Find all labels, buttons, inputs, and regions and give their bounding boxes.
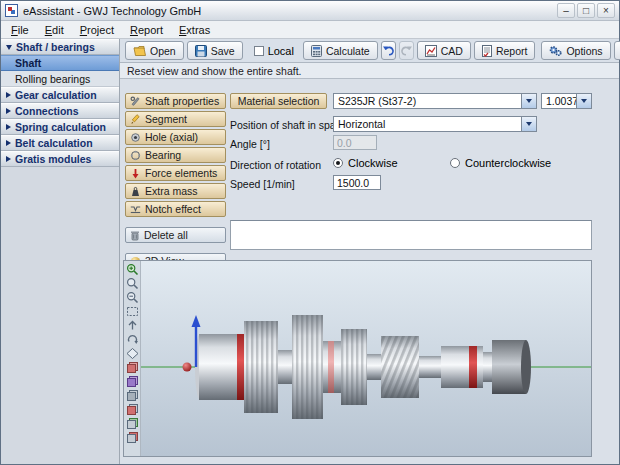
counterclockwise-radio[interactable]: Counterclockwise (450, 157, 551, 169)
sidebar-item-label: Rolling bearings (15, 73, 90, 85)
position-select[interactable]: Horizontal (333, 116, 537, 132)
redo-button[interactable] (399, 41, 414, 60)
menu-file[interactable]: File (3, 23, 37, 37)
maximize-button[interactable]: □ (577, 3, 595, 18)
options-button[interactable]: Options (541, 41, 610, 60)
trash-icon (130, 230, 140, 241)
viewport-zoom-in-icon[interactable] (126, 263, 139, 276)
undo-button[interactable] (381, 41, 396, 60)
tool-gap (125, 219, 226, 225)
hole-axial-button[interactable]: Hole (axial) (125, 129, 226, 145)
viewport-cube-back-icon[interactable] (126, 375, 139, 388)
window-title: eAssistant - GWJ Technology GmbH (23, 5, 555, 17)
sidebar-item-rolling-bearings[interactable]: Rolling bearings (1, 71, 119, 87)
redo-icon (400, 45, 413, 56)
viewport-zoom-fit-icon[interactable] (126, 305, 139, 318)
info-bar: Reset view and show the entire shaft. (120, 63, 619, 79)
open-button[interactable]: Open (125, 41, 184, 60)
menu-bar: File Edit Project Report Extras (1, 21, 619, 39)
chevron-down-icon[interactable] (576, 94, 591, 108)
angle-input[interactable] (333, 135, 377, 150)
viewport-zoom-out-icon[interactable] (126, 291, 139, 304)
sidebar-group-label: Belt calculation (15, 137, 93, 149)
sidebar-group-connections[interactable]: Connections (1, 103, 119, 119)
chevron-down-icon[interactable] (521, 94, 536, 108)
viewport-cube-left-icon[interactable] (126, 389, 139, 402)
viewport-cube-right-icon[interactable] (126, 403, 139, 416)
sidebar-group-gear-calculation[interactable]: Gear calculation (1, 87, 119, 103)
segment-button[interactable]: Segment (125, 111, 226, 127)
menu-project[interactable]: Project (72, 23, 122, 37)
viewport-cube-bottom-icon[interactable] (126, 431, 139, 444)
gear-icon (549, 45, 562, 57)
local-checkbox[interactable]: Local (254, 45, 294, 57)
sidebar-group-label: Connections (15, 105, 79, 117)
work-area: Shaft properties Segment Hole (axial) Be… (120, 79, 619, 464)
notch-icon (130, 204, 141, 215)
sidebar-group-label: Gratis modules (15, 153, 91, 165)
shaft-properties-button[interactable]: Shaft properties (125, 93, 226, 109)
bearing-button[interactable]: Bearing (125, 147, 226, 163)
wrench-icon (130, 96, 141, 107)
save-icon (195, 45, 207, 57)
module-sidebar: Shaft / bearings Shaft Rolling bearings … (1, 39, 120, 464)
chevron-right-icon (6, 140, 11, 146)
minimize-button[interactable]: – (557, 3, 575, 18)
folder-open-icon (133, 45, 146, 57)
chevron-right-icon (6, 92, 11, 98)
message-area (230, 220, 592, 250)
viewport-iso-view-icon[interactable] (126, 347, 139, 360)
menu-extras[interactable]: Extras (171, 23, 218, 37)
sidebar-item-label: Shaft (15, 57, 41, 69)
delete-all-button[interactable]: Delete all (125, 227, 226, 243)
sidebar-item-shaft[interactable]: Shaft (1, 55, 119, 71)
undo-icon (382, 45, 395, 56)
chevron-right-icon (6, 124, 11, 130)
viewport-rotate-icon[interactable] (126, 333, 139, 346)
3d-canvas[interactable] (141, 261, 591, 456)
radio-selected-icon (333, 158, 343, 168)
material-number-value: 1.0037 (542, 94, 576, 108)
viewport-zoom-window-icon[interactable] (126, 277, 139, 290)
force-elements-button[interactable]: Force elements (125, 165, 226, 181)
calculate-button[interactable]: Calculate (303, 41, 378, 60)
calculator-icon (311, 45, 322, 57)
sidebar-group-gratis-modules[interactable]: Gratis modules (1, 151, 119, 167)
shaft-3d-render (141, 261, 591, 456)
viewport-cube-top-icon[interactable] (126, 417, 139, 430)
report-button[interactable]: Report (474, 41, 536, 60)
save-button[interactable]: Save (187, 41, 243, 60)
clockwise-radio[interactable]: Clockwise (333, 157, 398, 169)
radio-icon (450, 158, 460, 168)
material-selection-button[interactable]: Material selection (230, 93, 327, 109)
extra-mass-button[interactable]: Extra mass (125, 183, 226, 199)
help-button[interactable]: Help (614, 41, 620, 60)
sidebar-group-label: Spring calculation (15, 121, 106, 133)
viewport-cube-front-icon[interactable] (126, 361, 139, 374)
rotation-label: Direction of rotation (230, 159, 321, 171)
shaft-tool-column: Shaft properties Segment Hole (axial) Be… (125, 93, 226, 269)
menu-edit[interactable]: Edit (37, 23, 72, 37)
weight-icon (130, 186, 141, 197)
menu-report[interactable]: Report (122, 23, 171, 37)
cad-button[interactable]: CAD (417, 41, 471, 60)
chevron-down-icon (6, 45, 12, 50)
checkbox-icon (254, 46, 264, 56)
app-icon (5, 4, 18, 17)
viewport-toolbar (124, 261, 141, 456)
notch-effect-button[interactable]: Notch effect (125, 201, 226, 217)
tool-gap (125, 245, 226, 251)
material-select[interactable]: S235JR (St37-2) (333, 93, 537, 109)
pencil-icon (130, 114, 141, 125)
material-number-select[interactable]: 1.0037 (541, 93, 592, 109)
speed-input[interactable] (333, 175, 381, 190)
position-label: Position of shaft in space (230, 119, 347, 131)
close-button[interactable]: × (597, 3, 615, 18)
sidebar-group-spring-calculation[interactable]: Spring calculation (1, 119, 119, 135)
sidebar-group-belt-calculation[interactable]: Belt calculation (1, 135, 119, 151)
material-select-value: S235JR (St37-2) (334, 94, 521, 108)
chevron-down-icon[interactable] (521, 117, 536, 131)
chevron-right-icon (6, 108, 11, 114)
sidebar-group-shaft-bearings[interactable]: Shaft / bearings (1, 39, 119, 55)
viewport-pan-icon[interactable] (126, 319, 139, 332)
